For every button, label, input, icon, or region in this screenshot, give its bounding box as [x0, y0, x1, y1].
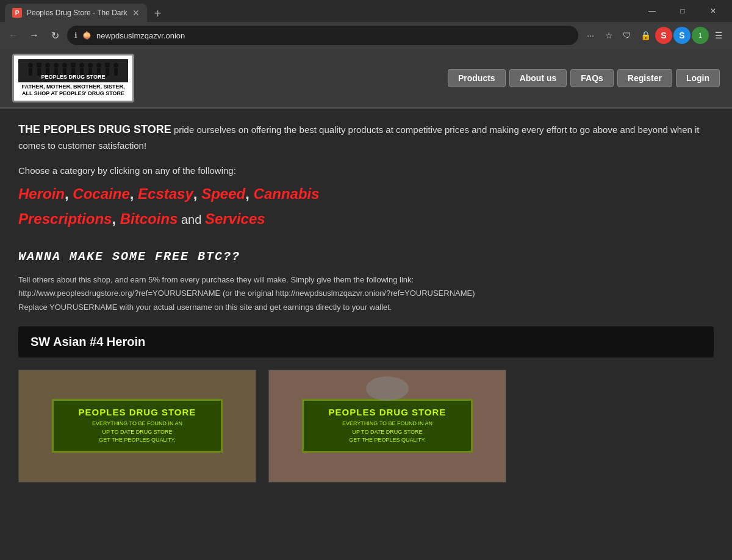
svg-point-15: [88, 63, 93, 68]
svg-point-19: [105, 63, 110, 68]
svg-text:PEOPLES DRUG STORE: PEOPLES DRUG STORE: [41, 74, 106, 80]
svg-point-17: [96, 63, 101, 68]
main-content: THE PEOPLES DRUG STORE pride ourselves o…: [0, 109, 732, 495]
sign2-body: EVERYTHING TO BE FOUND IN ANUP TO DATE D…: [314, 420, 461, 445]
svg-point-11: [71, 63, 76, 68]
nav-products[interactable]: Products: [448, 69, 506, 87]
btc-headline: WANNA MAKE SOME FREE BTC??: [18, 249, 714, 264]
logo-silhouette: PEOPLES DRUG STORE: [21, 60, 125, 81]
refresh-button[interactable]: ↻: [46, 27, 63, 44]
svg-point-5: [45, 63, 50, 68]
cat-speed[interactable]: Speed: [201, 185, 245, 202]
address-text: newpdsuslmzqazvr.onion: [96, 31, 571, 40]
svg-rect-22: [114, 68, 118, 76]
tab-favicon: P: [12, 8, 22, 18]
info-icon: ℹ: [74, 31, 77, 40]
new-tab-button[interactable]: +: [149, 5, 167, 22]
svg-rect-20: [106, 68, 109, 76]
product-image-1: PEOPLES DRUG STORE EVERYTHING TO BE FOUN…: [18, 370, 256, 483]
logo-tagline: FATHER, MOTHER, BROTHER, SISTER,ALL SHOP…: [22, 84, 125, 97]
cat-services[interactable]: Services: [205, 210, 265, 227]
product-images: PEOPLES DRUG STORE EVERYTHING TO BE FOUN…: [18, 370, 714, 483]
browser-titlebar: P Peoples Drug Store - The Dark ✕ + — □ …: [0, 0, 732, 22]
bookmark-button[interactable]: ☆: [600, 27, 617, 44]
site-logo: PEOPLES DRUG STORE FATHER, MOTHER, BROTH…: [12, 54, 134, 102]
more-options-button[interactable]: ···: [582, 27, 599, 44]
svg-point-24: [366, 376, 409, 401]
forward-button[interactable]: →: [26, 27, 43, 44]
svg-rect-2: [29, 68, 32, 76]
product-section-header: SW Asian #4 Heroin: [18, 326, 714, 357]
close-button[interactable]: ✕: [699, 0, 727, 22]
nav-login[interactable]: Login: [676, 69, 720, 87]
onion-icon: 🧅: [82, 31, 92, 40]
profile-icon-blue[interactable]: S: [673, 27, 691, 44]
intro-paragraph: THE PEOPLES DRUG STORE pride ourselves o…: [18, 121, 714, 153]
sign1-title: PEOPLES DRUG STORE: [63, 407, 211, 417]
store-name-bold: THE PEOPLES DRUG STORE: [18, 123, 171, 135]
cat-ecstasy[interactable]: Ecstasy: [138, 185, 193, 202]
svg-point-1: [28, 63, 33, 68]
product-section-title: SW Asian #4 Heroin: [30, 335, 145, 348]
svg-point-21: [113, 63, 118, 68]
sign2-title: PEOPLES DRUG STORE: [314, 407, 461, 417]
profile-icon-s[interactable]: S: [655, 27, 672, 44]
cat-cannabis[interactable]: Cannabis: [254, 185, 320, 202]
bird-silhouette: [363, 373, 412, 404]
svg-point-9: [62, 63, 67, 68]
tab-close-button[interactable]: ✕: [132, 8, 140, 18]
site-header: PEOPLES DRUG STORE FATHER, MOTHER, BROTH…: [0, 49, 732, 109]
svg-point-3: [37, 63, 41, 68]
cat-heroin[interactable]: Heroin: [18, 185, 65, 202]
back-button[interactable]: ←: [5, 27, 22, 44]
svg-rect-4: [37, 68, 41, 76]
category-links: Heroin, Cocaine, Ecstasy, Speed, Cannabi…: [18, 182, 714, 232]
svg-point-13: [79, 63, 84, 68]
site-nav: Products About us FAQs Register Login: [448, 69, 720, 87]
cat-prescriptions[interactable]: Prescriptions: [18, 210, 112, 227]
product-image-2: PEOPLES DRUG STORE EVERYTHING TO BE FOUN…: [268, 370, 506, 483]
browser-toolbar: ← → ↻ ℹ 🧅 newpdsuslmzqazvr.onion ··· ☆ 🛡…: [0, 22, 732, 49]
page-content: PEOPLES DRUG STORE FATHER, MOTHER, BROTH…: [0, 49, 732, 560]
cat-cocaine[interactable]: Cocaine: [73, 185, 129, 202]
tab-area: P Peoples Drug Store - The Dark ✕ +: [5, 0, 636, 22]
menu-button[interactable]: ☰: [710, 27, 727, 44]
lock-button[interactable]: 🔒: [637, 27, 654, 44]
category-intro: Choose a category by clicking on any of …: [18, 165, 714, 176]
nav-faqs[interactable]: FAQs: [570, 69, 614, 87]
cat-bitcoins[interactable]: Bitcoins: [120, 210, 178, 227]
sign1-body: EVERYTHING TO BE FOUND IN ANUP TO DATE D…: [63, 420, 211, 445]
maximize-button[interactable]: □: [669, 0, 697, 22]
tab-title: Peoples Drug Store - The Dark: [27, 9, 127, 17]
notification-count: 1: [698, 32, 702, 39]
notification-badge[interactable]: 1: [692, 27, 709, 44]
toolbar-actions: ··· ☆ 🛡 🔒 S S 1 ☰: [582, 27, 727, 44]
btc-section: WANNA MAKE SOME FREE BTC?? Tell others a…: [18, 249, 714, 314]
shield-button[interactable]: 🛡: [619, 27, 636, 44]
address-bar[interactable]: ℹ 🧅 newpdsuslmzqazvr.onion: [67, 26, 578, 45]
nav-register[interactable]: Register: [617, 69, 672, 87]
minimize-button[interactable]: —: [638, 0, 666, 22]
window-controls: — □ ✕: [638, 0, 727, 22]
btc-description: Tell others about this shop, and earn 5%…: [18, 273, 714, 314]
svg-point-7: [54, 63, 59, 68]
nav-about-us[interactable]: About us: [509, 69, 567, 87]
active-tab[interactable]: P Peoples Drug Store - The Dark ✕: [5, 4, 147, 22]
